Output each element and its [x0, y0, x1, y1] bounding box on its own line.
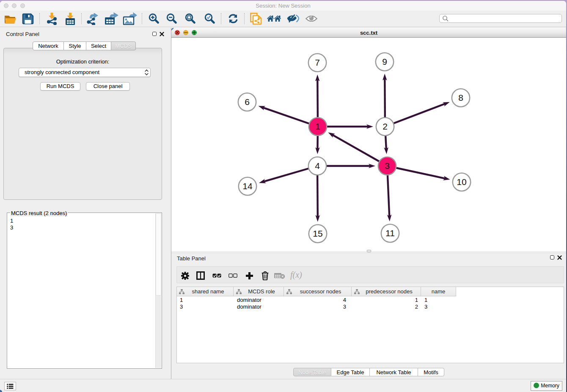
svg-text:14: 14 — [242, 181, 253, 191]
svg-text:15: 15 — [313, 229, 322, 238]
svg-text:3: 3 — [385, 161, 390, 171]
svg-text:10: 10 — [457, 177, 466, 187]
svg-text:4: 4 — [315, 161, 320, 171]
svg-text:8: 8 — [458, 93, 463, 102]
svg-text:11: 11 — [385, 228, 395, 238]
svg-text:7: 7 — [315, 58, 320, 67]
svg-text:2: 2 — [383, 121, 388, 131]
svg-text:1: 1 — [315, 121, 320, 131]
svg-text:9: 9 — [382, 57, 387, 66]
svg-text:6: 6 — [245, 97, 250, 107]
